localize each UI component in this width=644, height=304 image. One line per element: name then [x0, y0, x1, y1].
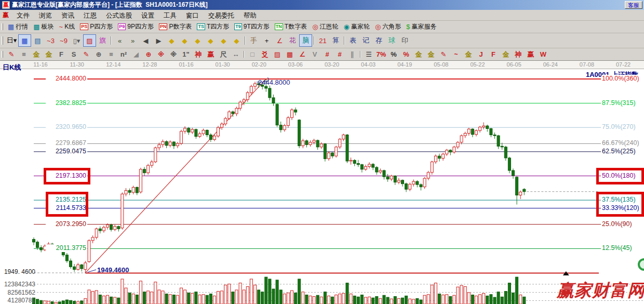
base-level-lines [34, 271, 599, 275]
kline-chart-canvas[interactable] [0, 0, 644, 304]
volume-layer [33, 277, 526, 304]
gann-level-lines [34, 79, 601, 248]
app-window: 赢 赢家江恩专业版[赢家内部服务平台] - [上证指数 SH1A0001-167… [0, 0, 644, 304]
